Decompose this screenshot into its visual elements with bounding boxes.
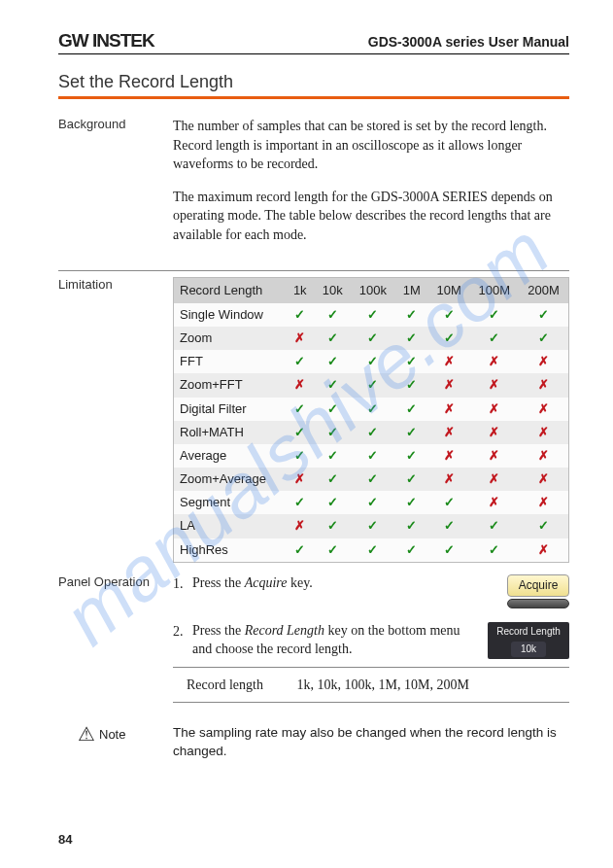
cross-icon: ✗ <box>519 538 568 563</box>
check-icon: ✓ <box>286 303 314 327</box>
check-icon: ✓ <box>314 444 351 468</box>
check-icon: ✓ <box>286 491 314 514</box>
check-icon: ✓ <box>428 538 469 563</box>
page-number: 84 <box>58 832 72 847</box>
table-row: Zoom+Average✗✓✓✓✗✗✗ <box>174 468 569 491</box>
section-rule <box>58 96 569 99</box>
check-icon: ✓ <box>351 468 395 491</box>
table-header-col: 1M <box>395 277 428 303</box>
check-icon: ✓ <box>428 327 469 350</box>
table-row: Zoom+FFT✗✓✓✓✗✗✗ <box>174 373 569 397</box>
cross-icon: ✗ <box>286 373 314 397</box>
table-header-col: 100M <box>469 277 519 303</box>
check-icon: ✓ <box>519 327 568 350</box>
note-text: The sampling rate may also be changed wh… <box>173 724 569 761</box>
check-icon: ✓ <box>286 350 314 373</box>
background-label: Background <box>58 117 173 259</box>
section-title: Set the Record Length <box>58 72 569 92</box>
check-icon: ✓ <box>351 398 395 421</box>
table-header-label: Record Length <box>174 277 287 303</box>
cross-icon: ✗ <box>469 444 519 468</box>
check-icon: ✓ <box>395 444 428 468</box>
doc-title: GDS-3000A series User Manual <box>368 34 569 50</box>
check-icon: ✓ <box>395 303 428 327</box>
check-icon: ✓ <box>314 538 351 563</box>
table-row: Segment✓✓✓✓✓✗✗ <box>174 491 569 514</box>
panel-operation-label: Panel Operation <box>58 574 173 709</box>
acquire-key-icon: Acquire <box>507 574 569 597</box>
check-icon: ✓ <box>314 468 351 491</box>
table-row: HighRes✓✓✓✓✓✓✗ <box>174 538 569 563</box>
table-header-col: 10k <box>314 277 351 303</box>
check-icon: ✓ <box>428 303 469 327</box>
table-row-name: Zoom+FFT <box>174 373 287 397</box>
cross-icon: ✗ <box>469 491 519 514</box>
check-icon: ✓ <box>351 373 395 397</box>
note-label: Note <box>99 727 125 742</box>
cross-icon: ✗ <box>519 350 568 373</box>
cross-icon: ✗ <box>519 398 568 421</box>
check-icon: ✓ <box>314 421 351 444</box>
step-2-text: Press the Record Length key on the botto… <box>192 622 476 659</box>
table-row-name: Roll+MATH <box>174 421 287 444</box>
check-icon: ✓ <box>351 444 395 468</box>
limitation-rule <box>58 270 569 271</box>
check-icon: ✓ <box>286 421 314 444</box>
cross-icon: ✗ <box>428 444 469 468</box>
cross-icon: ✗ <box>469 421 519 444</box>
cross-icon: ✗ <box>428 468 469 491</box>
check-icon: ✓ <box>314 373 351 397</box>
check-icon: ✓ <box>469 538 519 563</box>
check-icon: ✓ <box>314 327 351 350</box>
check-icon: ✓ <box>395 327 428 350</box>
limitation-table: Record Length1k10k100k1M10M100M200M Sing… <box>173 277 569 563</box>
warning-icon: ⚠ <box>78 724 95 744</box>
check-icon: ✓ <box>469 303 519 327</box>
cross-icon: ✗ <box>469 373 519 397</box>
check-icon: ✓ <box>351 421 395 444</box>
check-icon: ✓ <box>351 514 395 538</box>
table-header-col: 200M <box>519 277 568 303</box>
step-2-num: 2. <box>173 622 187 642</box>
check-icon: ✓ <box>286 398 314 421</box>
check-icon: ✓ <box>351 327 395 350</box>
table-header-col: 1k <box>286 277 314 303</box>
check-icon: ✓ <box>351 303 395 327</box>
check-icon: ✓ <box>395 538 428 563</box>
page-header: GW INSTEK GDS-3000A series User Manual <box>58 29 569 54</box>
table-row: Digital Filter✓✓✓✓✗✗✗ <box>174 398 569 421</box>
table-row-name: HighRes <box>174 538 287 563</box>
check-icon: ✓ <box>395 421 428 444</box>
check-icon: ✓ <box>395 491 428 514</box>
record-length-values: Record length 1k, 10k, 100k, 1M, 10M, 20… <box>173 674 569 697</box>
cross-icon: ✗ <box>519 491 568 514</box>
reclen-rule-top <box>173 667 569 668</box>
table-row: Zoom✗✓✓✓✓✓✓ <box>174 327 569 350</box>
cross-icon: ✗ <box>519 373 568 397</box>
cross-icon: ✗ <box>428 350 469 373</box>
check-icon: ✓ <box>351 350 395 373</box>
cross-icon: ✗ <box>469 468 519 491</box>
record-length-softkey-icon: Record Length 10k <box>488 622 569 659</box>
check-icon: ✓ <box>395 398 428 421</box>
brand-logo: GW INSTEK <box>58 29 154 52</box>
cross-icon: ✗ <box>286 327 314 350</box>
table-row: Roll+MATH✓✓✓✓✗✗✗ <box>174 421 569 444</box>
table-row-name: Single Window <box>174 303 287 327</box>
cross-icon: ✗ <box>286 514 314 538</box>
table-row: Average✓✓✓✓✗✗✗ <box>174 444 569 468</box>
check-icon: ✓ <box>469 327 519 350</box>
table-row-name: Zoom <box>174 327 287 350</box>
step-1-num: 1. <box>173 574 187 594</box>
table-row: LA✗✓✓✓✓✓✓ <box>174 514 569 538</box>
check-icon: ✓ <box>395 373 428 397</box>
cross-icon: ✗ <box>286 468 314 491</box>
cross-icon: ✗ <box>519 444 568 468</box>
check-icon: ✓ <box>314 514 351 538</box>
check-icon: ✓ <box>286 444 314 468</box>
check-icon: ✓ <box>469 514 519 538</box>
check-icon: ✓ <box>314 398 351 421</box>
cross-icon: ✗ <box>519 421 568 444</box>
check-icon: ✓ <box>519 514 568 538</box>
background-p2: The maximum record length for the GDS-30… <box>173 188 569 245</box>
